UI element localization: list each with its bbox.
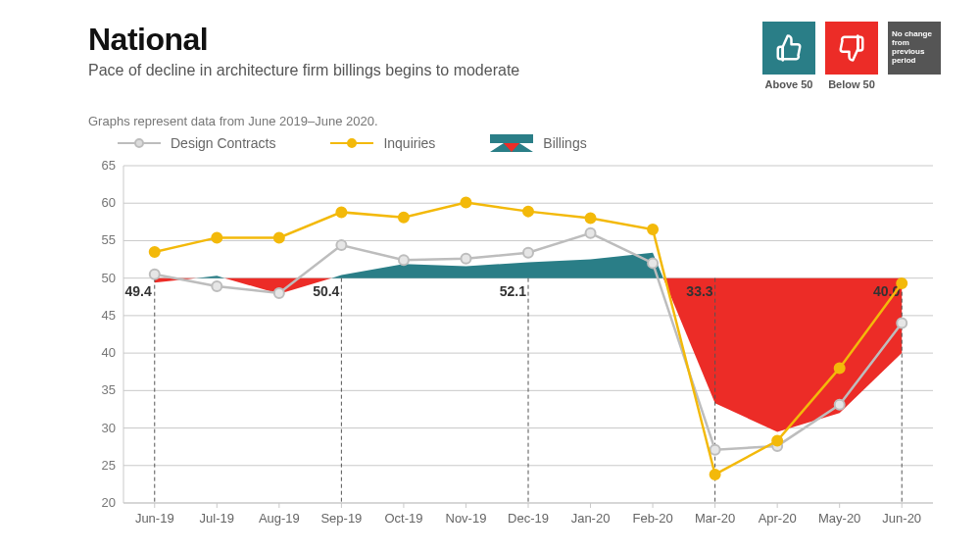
svg-text:40: 40: [102, 345, 116, 360]
svg-point-86: [835, 363, 845, 373]
chart-container: National Pace of decline in architecture…: [0, 0, 980, 552]
svg-text:Aug-19: Aug-19: [259, 511, 300, 526]
legend-label: Design Contracts: [171, 135, 275, 151]
badge-above-label: Above 50: [765, 78, 813, 90]
chart: 2025303540455055606549.450.452.133.340.0…: [88, 158, 941, 530]
svg-text:Nov-19: Nov-19: [446, 511, 487, 526]
svg-point-62: [150, 270, 160, 279]
svg-point-69: [586, 228, 596, 238]
legend-marker-billings: [490, 134, 533, 152]
svg-point-79: [399, 213, 409, 223]
svg-text:52.1: 52.1: [500, 283, 526, 299]
svg-point-68: [523, 248, 533, 258]
no-change-text: No change from previous period: [892, 30, 937, 65]
svg-text:Oct-19: Oct-19: [384, 511, 422, 526]
thumbs-down-icon: [825, 22, 878, 75]
status-badges: Above 50 Below 50 No change from previou…: [762, 22, 941, 90]
thumbs-up-icon: [762, 22, 815, 75]
svg-text:Mar-20: Mar-20: [695, 511, 735, 526]
svg-point-71: [710, 445, 720, 455]
svg-text:25: 25: [102, 458, 116, 473]
svg-point-76: [212, 232, 221, 242]
badge-no-change: No change from previous period: [888, 22, 941, 90]
legend-label: Inquiries: [383, 135, 435, 151]
chart-svg: 2025303540455055606549.450.452.133.340.0…: [88, 158, 941, 530]
header: National Pace of decline in architecture…: [88, 22, 941, 90]
svg-text:50.4: 50.4: [313, 283, 339, 299]
svg-text:Jun-19: Jun-19: [135, 511, 174, 526]
titles: National Pace of decline in architecture…: [88, 22, 519, 79]
svg-point-67: [461, 254, 470, 264]
subtitle: Pace of decline in architecture firm bil…: [88, 62, 519, 79]
svg-text:49.4: 49.4: [125, 283, 152, 299]
svg-text:55: 55: [102, 232, 116, 247]
svg-text:35: 35: [102, 382, 116, 397]
svg-text:Jan-20: Jan-20: [571, 511, 611, 526]
svg-point-64: [274, 288, 284, 298]
legend-inquiries: Inquiries: [330, 135, 435, 151]
svg-point-70: [648, 258, 658, 268]
svg-point-85: [772, 436, 782, 446]
svg-point-87: [897, 278, 906, 288]
badge-above-50: Above 50: [762, 22, 815, 90]
svg-point-63: [212, 281, 221, 291]
svg-point-74: [897, 319, 906, 328]
svg-text:Jul-19: Jul-19: [200, 511, 234, 526]
svg-text:Sep-19: Sep-19: [320, 511, 362, 526]
svg-text:30: 30: [102, 421, 116, 435]
svg-point-80: [461, 197, 470, 207]
legend-billings: Billings: [490, 134, 586, 152]
svg-text:60: 60: [102, 195, 116, 210]
date-note: Graphs represent data from June 2019–Jun…: [88, 114, 941, 128]
svg-text:May-20: May-20: [818, 511, 860, 526]
svg-text:Feb-20: Feb-20: [632, 511, 672, 526]
svg-point-81: [523, 207, 533, 217]
no-change-icon: No change from previous period: [888, 22, 941, 75]
svg-text:Jun-20: Jun-20: [882, 511, 921, 526]
page-title: National: [88, 22, 519, 58]
svg-point-78: [336, 207, 346, 217]
series-legend: Design Contracts Inquiries Billings: [88, 134, 941, 152]
svg-point-65: [336, 240, 346, 250]
svg-point-82: [586, 214, 596, 224]
svg-text:50: 50: [102, 271, 116, 285]
svg-text:Apr-20: Apr-20: [759, 511, 797, 526]
legend-label: Billings: [543, 135, 586, 151]
svg-point-75: [150, 247, 160, 257]
svg-marker-2: [490, 134, 533, 143]
svg-point-77: [274, 232, 284, 242]
badge-below-50: Below 50: [825, 22, 878, 90]
svg-point-83: [648, 225, 658, 234]
svg-point-66: [399, 255, 409, 265]
svg-point-73: [835, 400, 845, 410]
badge-below-label: Below 50: [828, 78, 875, 90]
svg-point-84: [710, 470, 720, 479]
svg-text:45: 45: [102, 308, 116, 323]
legend-design-contracts: Design Contracts: [118, 135, 275, 151]
svg-text:65: 65: [102, 158, 116, 173]
svg-text:33.3: 33.3: [686, 283, 712, 299]
svg-text:Dec-19: Dec-19: [508, 511, 549, 526]
svg-text:20: 20: [102, 495, 116, 510]
